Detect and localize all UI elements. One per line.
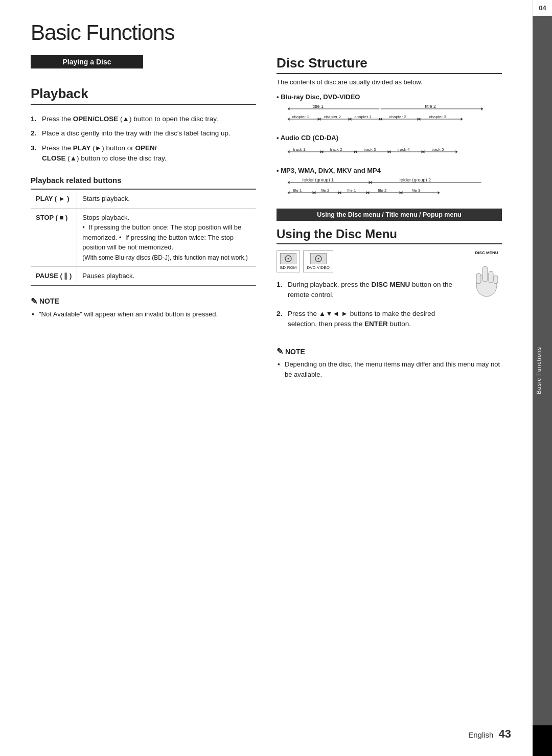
svg-marker-40 (389, 150, 391, 153)
svg-marker-63 (339, 191, 341, 194)
right-column: Disc Structure The contents of disc are … (277, 55, 502, 379)
svg-marker-59 (314, 191, 316, 194)
svg-marker-24 (419, 118, 421, 121)
right-note-section: ✎ NOTE Depending on the disc, the menu i… (277, 347, 502, 379)
mp3-label: MP3, WMA, DivX, MKV and MP4 (277, 167, 502, 174)
disc-step-2-num: 2. (277, 309, 285, 330)
stop-note: (With some Blu-ray discs (BD-J), this fu… (82, 254, 247, 261)
svg-marker-16 (350, 118, 352, 121)
audiocd-label: Audio CD (CD-DA) (277, 134, 502, 142)
disc-type-audio-cd: Audio CD (CD-DA) track 1 track 2 track 3 (277, 134, 502, 161)
step-2: 2. Place a disc gently into the tray wit… (31, 126, 256, 141)
step-3-text: Press the PLAY (►) button or OPEN/CLOSE … (42, 143, 166, 164)
svg-text:folder (group) 1: folder (group) 1 (303, 178, 334, 182)
content-area: Playing a Disc Playback 1. Press the OPE… (31, 55, 502, 379)
svg-rect-81 (476, 273, 481, 284)
svg-marker-52 (370, 181, 372, 184)
svg-text:file 3: file 3 (412, 188, 421, 193)
svg-rect-82 (494, 276, 498, 284)
svg-text:title 1: title 1 (313, 105, 324, 109)
disc-structure-desc: The contents of disc are usually divided… (277, 78, 502, 86)
svg-marker-20 (380, 118, 382, 121)
disc-type-bluray: Blu-ray Disc, DVD-VIDEO title 1 title 2 (277, 93, 502, 128)
disc-step-1-num: 1. (277, 280, 285, 301)
step-1-num: 1. (31, 114, 39, 124)
playing-disc-header: Playing a Disc (31, 55, 143, 68)
side-tab-accent (533, 725, 552, 756)
disc-structure-title: Disc Structure (277, 55, 502, 74)
step-2-num: 2. (31, 128, 39, 139)
svg-text:track 5: track 5 (432, 147, 445, 152)
btn-stop-desc: Stops playback. If pressing the button o… (77, 208, 256, 267)
note-section: ✎ NOTE "Not Available" will appear when … (31, 296, 256, 319)
svg-marker-8 (288, 118, 290, 121)
svg-text:track 1: track 1 (293, 147, 306, 152)
svg-marker-28 (288, 150, 290, 153)
page-container: 04 Basic Functions Basic Functions Playi… (0, 0, 552, 756)
step-2-text: Place a disc gently into the tray with t… (42, 128, 231, 139)
dvdvideo-label: DVD-VIDEO (307, 265, 329, 270)
section-number: 04 (533, 0, 552, 16)
svg-rect-79 (482, 266, 488, 282)
btn-play-desc: Starts playback. (77, 189, 256, 208)
step-3-num: 3. (31, 143, 39, 164)
disc-type-mp3: MP3, WMA, DivX, MKV and MP4 folder (grou… (277, 167, 502, 201)
svg-marker-12 (319, 118, 321, 121)
disc-step-2: 2. Press the ▲▼◄ ► buttons to make the d… (277, 307, 463, 332)
playback-title: Playback (31, 86, 256, 105)
svg-marker-1 (288, 107, 290, 110)
svg-text:file 1: file 1 (293, 188, 302, 193)
page-footer: English 43 (468, 727, 511, 741)
svg-text:track 4: track 4 (398, 147, 410, 152)
svg-marker-72 (438, 191, 440, 194)
bdrom-icon-box: BD-ROM (277, 250, 300, 272)
svg-text:file 2: file 2 (321, 188, 330, 193)
disc-menu-icons: BD-ROM DVD-VIDEO (277, 250, 463, 272)
bluray-diagram: title 1 title 2 chapter 1 chapter 2 (277, 105, 502, 124)
playback-buttons-title: Playback related buttons (31, 176, 256, 185)
disc-menu-header: Using the Disc menu / Title menu / Popup… (277, 209, 502, 221)
svg-marker-67 (367, 191, 370, 194)
svg-text:file 2: file 2 (378, 188, 387, 193)
svg-text:track 2: track 2 (330, 147, 343, 152)
disc-step-2-text: Press the ▲▼◄ ► buttons to make the desi… (288, 309, 463, 330)
svg-text:track 3: track 3 (364, 147, 377, 152)
right-note-icon: ✎ (277, 347, 283, 356)
step-1: 1. Press the OPEN/CLOSE (▲) button to op… (31, 112, 256, 126)
svg-marker-55 (288, 191, 290, 194)
svg-text:chapter 1: chapter 1 (292, 114, 310, 119)
page-number: 43 (499, 727, 511, 740)
mp3-diagram: folder (group) 1 folder (group) 2 file 1… (277, 178, 502, 198)
btn-pause-desc: Pauses playback. (77, 267, 256, 286)
disc-menu-label: DISC MENU (471, 250, 502, 255)
steps-list: 1. Press the OPEN/CLOSE (▲) button to op… (31, 112, 256, 166)
english-label: English (468, 730, 493, 739)
svg-marker-32 (321, 150, 324, 153)
btn-play-name: PLAY ( ► ) (31, 189, 77, 208)
step-1-text: Press the OPEN/CLOSE (▲) button to open … (42, 114, 218, 124)
main-title: Basic Functions (31, 20, 521, 45)
svg-marker-44 (423, 150, 425, 153)
svg-text:chapter 2: chapter 2 (324, 114, 341, 119)
svg-marker-48 (288, 181, 290, 184)
note-item-1: "Not Available" will appear when an inva… (31, 309, 256, 319)
audiocd-diagram: track 1 track 2 track 3 track 4 (277, 146, 502, 157)
remote-icon: DISC MENU (471, 250, 502, 300)
table-row: PLAY ( ► ) Starts playback. (31, 189, 256, 208)
table-row: STOP ( ■ ) Stops playback. If pressing t… (31, 208, 256, 267)
note-label: NOTE (39, 297, 59, 305)
svg-text:file 1: file 1 (348, 188, 356, 193)
disc-step-1: 1. During playback, press the DISC MENU … (277, 278, 463, 303)
right-note-label: NOTE (285, 348, 305, 356)
disc-step-1-text: During playback, press the DISC MENU but… (288, 280, 463, 301)
section-label: Basic Functions (533, 16, 552, 725)
bluray-label: Blu-ray Disc, DVD-VIDEO (277, 93, 502, 101)
svg-marker-25 (461, 118, 463, 121)
svg-marker-71 (401, 191, 403, 194)
dvdvideo-icon-box: DVD-VIDEO (303, 250, 333, 272)
svg-marker-4 (481, 107, 484, 110)
svg-text:chapter 3: chapter 3 (429, 114, 447, 119)
svg-marker-45 (456, 150, 458, 153)
note-icon: ✎ (31, 296, 37, 306)
disc-menu-steps: 1. During playback, press the DISC MENU … (277, 278, 463, 331)
